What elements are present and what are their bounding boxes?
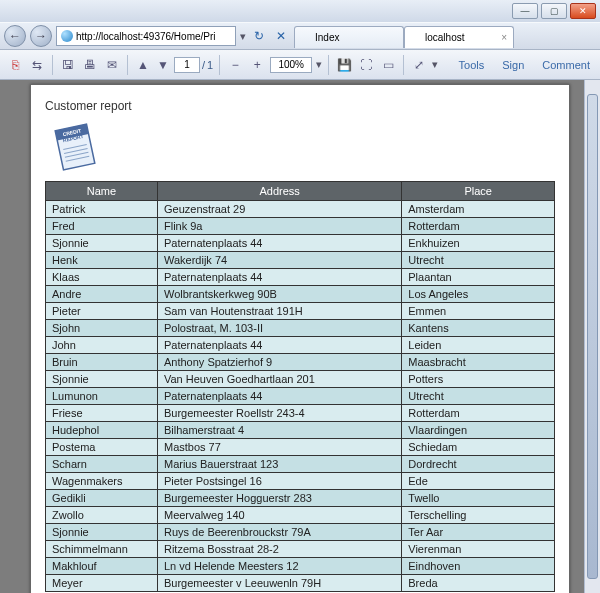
read-mode-icon[interactable]: ▭ [379,56,397,74]
cell-address: Burgemeester v Leeuwenln 79H [157,575,401,592]
favicon-icon [301,33,311,43]
email-icon[interactable]: ✉ [103,56,121,74]
url-text: http://localhost:49376/Home/Pri [76,31,216,42]
cell-address: Sam van Houtenstraat 191H [157,303,401,320]
table-row: PieterSam van Houtenstraat 191HEmmen [46,303,555,320]
cell-address: Wolbrantskerkweg 90B [157,286,401,303]
cell-address: Marius Bauerstraat 123 [157,456,401,473]
page-navigation: ▲ ▼ / 1 [134,56,213,74]
report-title: Customer report [45,99,555,113]
fullscreen-icon[interactable]: ⤢ [410,56,428,74]
cell-name: Bruin [46,354,158,371]
cell-name: Andre [46,286,158,303]
page-number-input[interactable] [174,57,200,73]
cell-name: Sjonnie [46,524,158,541]
save-disk-icon[interactable]: 💾 [335,56,353,74]
cell-place: Rotterdam [402,405,555,422]
window-maximize-button[interactable]: ▢ [541,3,567,19]
convert-icon[interactable]: ⇆ [28,56,46,74]
cell-name: Lumunon [46,388,158,405]
cell-name: Sjohn [46,320,158,337]
cell-name: Meyer [46,575,158,592]
pdf-toolbar: ⎘ ⇆ 🖫 🖶 ✉ ▲ ▼ / 1 − + ▾ 💾 ⛶ ▭ ⤢ ▾ Tools … [0,50,600,80]
table-row: HenkWakerdijk 74Utrecht [46,252,555,269]
stop-button[interactable]: ✕ [272,29,290,43]
table-row: ScharnMarius Bauerstraat 123Dordrecht [46,456,555,473]
address-bar[interactable]: http://localhost:49376/Home/Pri [56,26,236,46]
tab-label: localhost [425,32,464,43]
cell-address: Polostraat, M. 103-II [157,320,401,337]
tools-link[interactable]: Tools [455,59,489,71]
table-row: SjohnPolostraat, M. 103-IIKantens [46,320,555,337]
window-close-button[interactable]: ✕ [570,3,596,19]
cell-name: Postema [46,439,158,456]
dropdown-icon[interactable]: ▾ [240,30,246,43]
document-viewport[interactable]: Customer report CREDIT REPORT [0,80,600,593]
table-row: FredFlink 9aRotterdam [46,218,555,235]
table-row: SjonnieVan Heuven Goedhartlaan 201Potter… [46,371,555,388]
cell-place: Vierenman [402,541,555,558]
cell-address: Ln vd Helende Meesters 12 [157,558,401,575]
cell-name: Hudephol [46,422,158,439]
page-up-icon[interactable]: ▲ [134,56,152,74]
tab-close-icon[interactable]: × [501,32,507,43]
print-icon[interactable]: 🖶 [81,56,99,74]
table-row: HudepholBilhamerstraat 4Vlaardingen [46,422,555,439]
cell-place: Dordrecht [402,456,555,473]
export-pdf-icon[interactable]: ⎘ [6,56,24,74]
table-row: MeyerBurgemeester v Leeuwenln 79HBreda [46,575,555,592]
tab-index[interactable]: Index [294,26,404,48]
sign-link[interactable]: Sign [498,59,528,71]
cell-place: Twello [402,490,555,507]
credit-report-icon: CREDIT REPORT [45,121,105,173]
customer-table: Name Address Place PatrickGeuzenstraat 2… [45,181,555,592]
zoom-out-icon[interactable]: − [226,56,244,74]
table-row: SjonnieRuys de Beerenbrouckstr 79ATer Aa… [46,524,555,541]
tab-label: Index [315,32,339,43]
cell-place: Emmen [402,303,555,320]
cell-place: Breda [402,575,555,592]
save-icon[interactable]: 🖫 [59,56,77,74]
zoom-in-icon[interactable]: + [248,56,266,74]
table-row: AndreWolbrantskerkweg 90BLos Angeles [46,286,555,303]
browser-window: — ▢ ✕ ← → http://localhost:49376/Home/Pr… [0,0,600,593]
refresh-button[interactable]: ↻ [250,29,268,43]
vertical-scrollbar[interactable] [584,80,600,593]
table-row: SchimmelmannRitzema Bosstraat 28-2Vieren… [46,541,555,558]
cell-address: Meervalweg 140 [157,507,401,524]
cell-address: Burgemeester Roellstr 243-4 [157,405,401,422]
nav-forward-button[interactable]: → [30,25,52,47]
page-total: 1 [207,59,213,71]
page-down-icon[interactable]: ▼ [154,56,172,74]
cell-place: Ter Aar [402,524,555,541]
cell-address: Flink 9a [157,218,401,235]
comment-link[interactable]: Comment [538,59,594,71]
cell-place: Plaantan [402,269,555,286]
globe-icon [61,30,73,42]
cell-name: Henk [46,252,158,269]
table-row: PatrickGeuzenstraat 29Amsterdam [46,201,555,218]
cell-address: Mastbos 77 [157,439,401,456]
fit-page-icon[interactable]: ⛶ [357,56,375,74]
dropdown-icon[interactable]: ▾ [432,58,438,71]
table-row: PostemaMastbos 77Schiedam [46,439,555,456]
nav-back-button[interactable]: ← [4,25,26,47]
favicon-icon [411,33,421,43]
scrollbar-thumb[interactable] [587,94,598,579]
window-minimize-button[interactable]: — [512,3,538,19]
cell-place: Leiden [402,337,555,354]
dropdown-icon[interactable]: ▾ [316,58,322,71]
table-row: LumunonPaternatenplaats 44Utrecht [46,388,555,405]
zoom-input[interactable] [270,57,312,73]
cell-place: Kantens [402,320,555,337]
cell-place: Schiedam [402,439,555,456]
tab-localhost[interactable]: localhost × [404,26,514,48]
cell-place: Terschelling [402,507,555,524]
cell-address: Anthony Spatzierhof 9 [157,354,401,371]
header-name: Name [46,182,158,201]
table-row: MakhloufLn vd Helende Meesters 12Eindhov… [46,558,555,575]
tab-strip: Index localhost × [294,24,596,48]
cell-address: Wakerdijk 74 [157,252,401,269]
cell-name: Fred [46,218,158,235]
cell-address: Ritzema Bosstraat 28-2 [157,541,401,558]
